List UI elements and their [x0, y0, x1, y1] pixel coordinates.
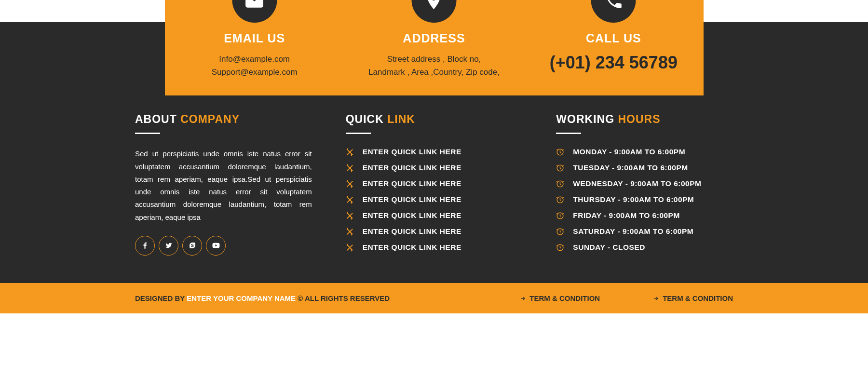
about-heading-part1: ABOUT [135, 113, 177, 125]
about-heading-part2: COMPANY [180, 113, 240, 125]
phone-number: (+01) 234 56789 [524, 53, 703, 73]
quick-link-item[interactable]: ENTER QUICK LINK HERE [346, 243, 523, 252]
hours-heading-part2: HOURS [618, 113, 660, 125]
designed-by: DESIGNED BY ENTER YOUR COMPANY NAME © AL… [135, 294, 390, 302]
about-column: ABOUT COMPANY Sed ut perspiciatis unde o… [135, 113, 312, 259]
call-icon-circle [591, 0, 636, 23]
clock-icon [556, 228, 564, 236]
quick-link-label: ENTER QUICK LINK HERE [363, 179, 461, 188]
email-icon-circle [232, 0, 277, 23]
clock-icon [556, 180, 564, 188]
tools-icon [346, 180, 354, 188]
hours-label: TUESDAY - 9:00AM TO 6:00PM [573, 163, 688, 172]
tools-icon [346, 243, 354, 252]
quick-link-item[interactable]: ENTER QUICK LINK HERE [346, 163, 523, 172]
hours-label: WEDNESDAY - 9:00AM TO 6:00PM [573, 179, 701, 188]
bottom-bar: DESIGNED BY ENTER YOUR COMPANY NAME © AL… [0, 283, 868, 313]
youtube-link[interactable] [206, 236, 226, 256]
working-hours-heading: WORKING HOURS [556, 113, 733, 134]
contact-bar: EMAIL US Info@example.com Support@exampl… [165, 0, 704, 95]
tools-icon [346, 164, 354, 172]
hours-heading-part1: WORKING [556, 113, 614, 125]
quick-link-label: ENTER QUICK LINK HERE [363, 148, 461, 156]
facebook-icon [141, 242, 149, 249]
social-row [135, 236, 312, 256]
tools-icon [346, 148, 354, 156]
address-line1: Street address , Block no, [344, 53, 524, 66]
tools-icon [346, 228, 354, 236]
tools-icon [346, 212, 354, 220]
clock-icon [556, 243, 564, 252]
phone-icon [603, 0, 624, 11]
hours-list: MONDAY - 9:00AM TO 6:00PM TUESDAY - 9:00… [556, 148, 733, 252]
clock-icon [556, 148, 564, 156]
clock-icon [556, 164, 564, 172]
about-heading: ABOUT COMPANY [135, 113, 312, 134]
term-condition-link-2[interactable]: TERM & CONDITION [653, 294, 733, 302]
email-title: EMAIL US [165, 31, 344, 45]
hours-item: SATURDAY - 9:00AM TO 6:00PM [556, 227, 733, 236]
term-label: TERM & CONDITION [663, 294, 733, 302]
quick-link-item[interactable]: ENTER QUICK LINK HERE [346, 195, 523, 204]
info-row: ABOUT COMPANY Sed ut perspiciatis unde o… [135, 113, 733, 259]
term-condition-link-1[interactable]: TERM & CONDITION [520, 294, 600, 302]
hours-item: FRIDAY - 9:00AM TO 6:00PM [556, 211, 733, 220]
quick-link-label: ENTER QUICK LINK HERE [363, 243, 461, 252]
twitter-icon [165, 242, 173, 249]
about-text: Sed ut perspiciatis unde omnis iste natu… [135, 148, 312, 224]
quick-link-list: ENTER QUICK LINK HERE ENTER QUICK LINK H… [346, 148, 523, 252]
hours-item: MONDAY - 9:00AM TO 6:00PM [556, 148, 733, 156]
contact-address-column: ADDRESS Street address , Block no, Landm… [344, 31, 524, 79]
youtube-icon [212, 241, 220, 250]
call-title: CALL US [524, 31, 703, 45]
contact-email-column: EMAIL US Info@example.com Support@exampl… [165, 31, 344, 79]
quick-link-label: ENTER QUICK LINK HERE [363, 227, 461, 236]
tools-icon [346, 196, 354, 204]
arrow-right-icon [520, 296, 526, 301]
facebook-link[interactable] [135, 236, 155, 256]
hours-label: MONDAY - 9:00AM TO 6:00PM [573, 148, 685, 156]
skype-link[interactable] [182, 236, 202, 256]
hours-item: TUESDAY - 9:00AM TO 6:00PM [556, 163, 733, 172]
quick-heading-part2: LINK [387, 113, 415, 125]
clock-icon [556, 196, 564, 204]
map-pin-icon [423, 0, 445, 11]
designed-prefix: DESIGNED BY [135, 294, 187, 302]
hours-item: THURSDAY - 9:00AM TO 6:00PM [556, 195, 733, 204]
email-line1: Info@example.com [165, 53, 344, 66]
hours-item: SUNDAY - CLOSED [556, 243, 733, 252]
quick-link-label: ENTER QUICK LINK HERE [363, 211, 461, 220]
company-name: ENTER YOUR COMPANY NAME [187, 294, 296, 302]
hours-label: SUNDAY - CLOSED [573, 243, 645, 252]
term-label: TERM & CONDITION [529, 294, 600, 302]
skype-icon [189, 242, 196, 249]
quick-link-item[interactable]: ENTER QUICK LINK HERE [346, 179, 523, 188]
hours-label: THURSDAY - 9:00AM TO 6:00PM [573, 195, 694, 204]
address-line2: Landmark , Area ,Country, Zip code, [344, 66, 524, 79]
envelope-icon [244, 0, 265, 11]
arrow-right-icon [653, 296, 659, 301]
quick-link-heading: QUICK LINK [346, 113, 523, 134]
quick-link-column: QUICK LINK ENTER QUICK LINK HERE ENTER Q… [346, 113, 523, 259]
quick-link-item[interactable]: ENTER QUICK LINK HERE [346, 148, 523, 156]
hours-label: SATURDAY - 9:00AM TO 6:00PM [573, 227, 693, 236]
twitter-link[interactable] [159, 236, 178, 256]
quick-link-item[interactable]: ENTER QUICK LINK HERE [346, 227, 523, 236]
quick-heading-part1: QUICK [346, 113, 384, 125]
quick-link-label: ENTER QUICK LINK HERE [363, 195, 461, 204]
hours-label: FRIDAY - 9:00AM TO 6:00PM [573, 211, 680, 220]
working-hours-column: WORKING HOURS MONDAY - 9:00AM TO 6:00PM … [556, 113, 733, 259]
terms-group: TERM & CONDITION TERM & CONDITION [520, 294, 733, 302]
hours-item: WEDNESDAY - 9:00AM TO 6:00PM [556, 179, 733, 188]
email-line2: Support@example.com [165, 66, 344, 79]
contact-call-column: CALL US (+01) 234 56789 [524, 31, 703, 79]
address-title: ADDRESS [344, 31, 524, 45]
quick-link-item[interactable]: ENTER QUICK LINK HERE [346, 211, 523, 220]
clock-icon [556, 212, 564, 220]
quick-link-label: ENTER QUICK LINK HERE [363, 163, 461, 172]
rights-text: © ALL RIGHTS RESERVED [296, 294, 390, 302]
footer-dark: EMAIL US Info@example.com Support@exampl… [0, 22, 868, 283]
address-icon-circle [411, 0, 456, 23]
